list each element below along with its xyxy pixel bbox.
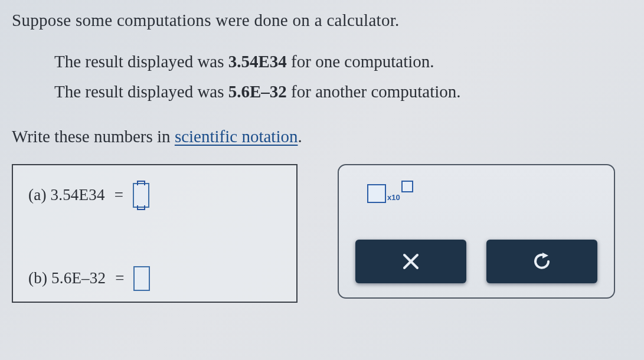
clear-button[interactable] [355, 240, 466, 283]
x-icon [401, 251, 421, 271]
reset-button[interactable] [486, 240, 597, 283]
intro-text: Suppose some computations were done on a… [12, 11, 632, 30]
result2-post: for another computation. [287, 82, 461, 101]
answer-box: (a) 3.54E34 = (b) 5.6E–32 = [12, 164, 298, 303]
result1-value: 3.54E34 [228, 52, 287, 71]
equals-sign-b: = [113, 269, 126, 287]
reset-icon [531, 250, 553, 273]
result-line-1: The result displayed was 3.54E34 for one… [54, 47, 632, 77]
equals-sign-a: = [112, 186, 126, 204]
result1-post: for one computation. [287, 52, 434, 71]
prompt-post: . [298, 127, 302, 146]
answer-b-input[interactable] [133, 266, 150, 291]
scientific-notation-template-button[interactable]: x10 [364, 177, 417, 207]
prompt-text: Write these numbers in scientific notati… [12, 127, 632, 146]
answer-b-label: (b) 5.6E–32 [28, 269, 106, 287]
prompt-pre: Write these numbers in [12, 127, 175, 146]
times-ten-label: x10 [387, 193, 400, 202]
answer-row-b: (b) 5.6E–32 = [28, 266, 281, 291]
result2-pre: The result displayed was [54, 82, 228, 101]
answer-a-input[interactable] [133, 183, 149, 208]
result2-value: 5.6E–32 [228, 82, 287, 101]
result1-pre: The result displayed was [54, 52, 228, 71]
answer-a-label: (a) 3.54E34 [28, 186, 105, 204]
coefficient-placeholder-icon [367, 184, 386, 203]
exponent-placeholder-icon [401, 181, 413, 192]
input-palette: x10 [338, 164, 615, 299]
scientific-notation-link[interactable]: scientific notation [175, 127, 298, 146]
answer-row-a: (a) 3.54E34 = [28, 183, 281, 208]
svg-marker-2 [542, 253, 548, 258]
result-line-2: The result displayed was 5.6E–32 for ano… [54, 77, 632, 107]
results-block: The result displayed was 3.54E34 for one… [54, 47, 632, 107]
